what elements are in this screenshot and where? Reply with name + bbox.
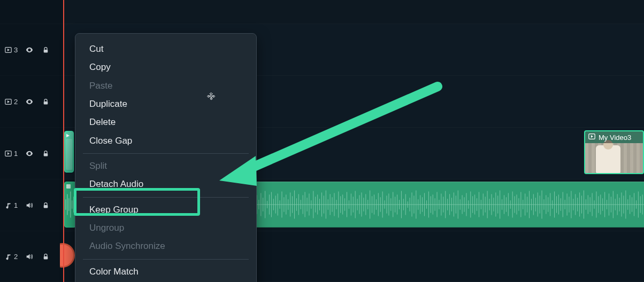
menu-duplicate[interactable]: Duplicate (75, 95, 256, 113)
track-row-top (0, 0, 644, 24)
lock-icon[interactable] (41, 149, 50, 158)
lock-icon[interactable] (41, 97, 50, 106)
menu-divider (83, 197, 249, 198)
music-icon (4, 253, 12, 260)
svg-point-1 (29, 49, 30, 51)
speaker-icon[interactable] (25, 252, 34, 261)
menu-cut[interactable]: Cut (75, 40, 256, 58)
menu-keep-group[interactable]: Keep Group (75, 201, 256, 219)
menu-color-match[interactable]: Color Match (75, 263, 256, 281)
play-icon (4, 98, 12, 105)
speaker-icon[interactable] (25, 201, 34, 209)
track-number: 2 (14, 253, 18, 261)
track-number: 2 (14, 98, 18, 106)
play-icon (4, 46, 12, 53)
play-icon (4, 150, 12, 157)
track-label-audio-1: 1 (4, 201, 18, 209)
track-number: 3 (14, 46, 18, 54)
track-label-audio-2: 2 (4, 253, 18, 261)
track-header-audio-1: 1 (0, 179, 64, 231)
svg-point-4 (29, 101, 30, 103)
timeline: 3 2 (0, 0, 644, 282)
menu-split: Split (75, 157, 256, 175)
context-menu: Cut Copy Paste Duplicate Delete Close Ga… (75, 33, 257, 282)
menu-divider (83, 259, 249, 260)
circle-clip-handle[interactable] (60, 243, 75, 271)
music-icon (4, 201, 12, 209)
track-label-video-1: 1 (4, 150, 18, 158)
eye-icon[interactable] (25, 149, 34, 158)
track-header-top (0, 0, 64, 24)
track-number: 1 (14, 150, 18, 158)
track-label-video-2: 2 (4, 98, 18, 106)
audio-clip-short[interactable] (64, 182, 76, 228)
waveform-icon (65, 189, 75, 221)
waveform-icon (256, 189, 644, 221)
eye-icon[interactable] (25, 45, 34, 54)
svg-rect-10 (43, 256, 48, 259)
video-clip-right[interactable]: My Video3 (584, 130, 644, 174)
menu-paste: Paste (75, 77, 256, 95)
menu-close-gap[interactable]: Close Gap (75, 132, 256, 150)
audio-clip-long[interactable] (256, 182, 644, 228)
track-number: 1 (14, 201, 18, 209)
play-icon: ▶ (66, 133, 70, 138)
lock-icon[interactable] (41, 201, 50, 209)
menu-delete[interactable]: Delete (75, 113, 256, 131)
menu-audio-synchronize[interactable]: Audio Synchronize (75, 237, 256, 255)
menu-divider (83, 153, 249, 154)
eye-icon[interactable] (25, 97, 34, 106)
video-clip-title-bar: My Video3 (585, 131, 643, 143)
track-header-video-1: 1 (0, 128, 64, 179)
track-header-video-3: 3 (0, 24, 64, 76)
track-header-audio-2: 2 (0, 231, 64, 282)
video-clip-small[interactable]: ▶ (64, 131, 74, 173)
lock-icon[interactable] (41, 45, 50, 54)
menu-ungroup: Ungroup (75, 219, 256, 237)
video-clip-label: My Video3 (599, 134, 631, 142)
lock-icon[interactable] (41, 252, 50, 261)
playhead[interactable] (63, 0, 64, 282)
svg-point-7 (29, 153, 30, 154)
svg-rect-5 (43, 101, 48, 104)
track-header-video-2: 2 (0, 76, 64, 128)
track-content-top[interactable] (64, 0, 644, 24)
menu-detach-audio[interactable]: Detach Audio (75, 175, 256, 193)
menu-copy[interactable]: Copy (75, 58, 256, 76)
play-icon (588, 133, 595, 142)
video-thumbnail (585, 143, 643, 173)
track-label-video-3: 3 (4, 46, 18, 54)
move-cursor-icon (206, 92, 216, 101)
svg-rect-9 (43, 205, 48, 208)
svg-rect-2 (43, 49, 48, 52)
svg-rect-8 (43, 153, 48, 156)
